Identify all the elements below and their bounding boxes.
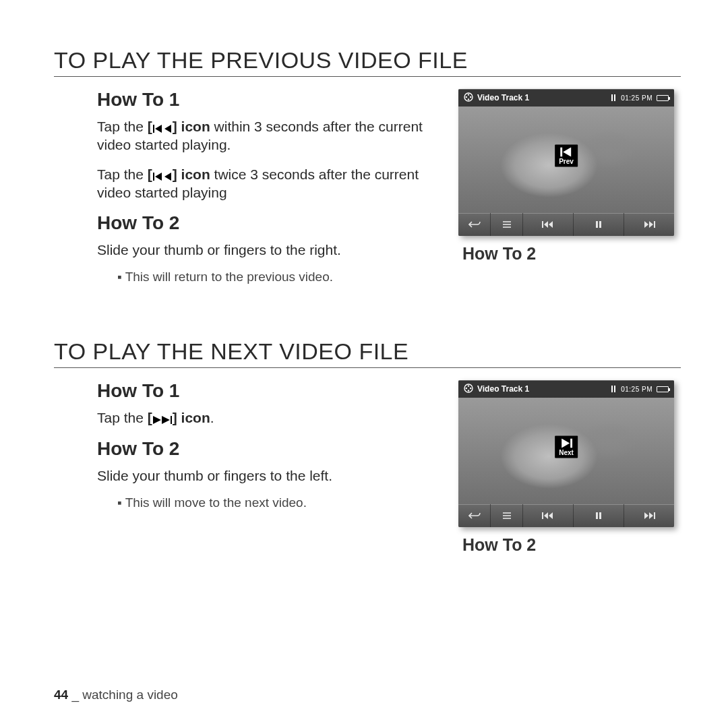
svg-point-9: [468, 98, 469, 100]
pause-button[interactable]: [574, 213, 624, 236]
film-reel-icon: [464, 384, 473, 395]
svg-marker-39: [549, 512, 553, 519]
figure-caption-prev: How To 2: [458, 244, 681, 264]
next-overlay-button[interactable]: Next: [555, 436, 578, 458]
back-button[interactable]: [458, 213, 491, 236]
device-mock-next: Video Track 1 01:25 PM Next: [458, 380, 674, 527]
svg-rect-40: [596, 512, 598, 519]
svg-marker-42: [644, 512, 648, 519]
skip-next-icon: [643, 220, 655, 229]
rewind-button[interactable]: [523, 213, 574, 236]
prev-overlay-button[interactable]: Prev: [555, 144, 578, 166]
svg-marker-18: [549, 221, 553, 228]
svg-rect-11: [560, 147, 562, 156]
back-button[interactable]: [458, 504, 491, 527]
howto2-paragraph: Slide your thumb or fingers to the right…: [97, 241, 438, 259]
text-fragment: Tap the: [97, 119, 148, 134]
back-arrow-icon: [468, 511, 481, 520]
skip-previous-icon: [152, 172, 173, 181]
text-fragment: Tap the: [97, 410, 148, 425]
howto1-paragraph-1: Tap the [] icon within 3 seconds after t…: [97, 117, 438, 154]
svg-marker-12: [563, 147, 571, 156]
figure-next: Video Track 1 01:25 PM Next How To 2: [458, 380, 681, 555]
device-statusbar: Video Track 1 01:25 PM: [458, 89, 674, 107]
svg-marker-1: [155, 125, 162, 133]
forward-button[interactable]: [624, 213, 674, 236]
pause-button[interactable]: [574, 504, 624, 527]
signal-icon: [611, 94, 615, 101]
icon-bracket-open: [: [148, 410, 152, 425]
text-fragment: .: [210, 410, 214, 425]
svg-point-7: [468, 94, 469, 95]
svg-point-31: [466, 388, 467, 389]
svg-rect-0: [153, 125, 154, 133]
icon-word: icon: [181, 166, 210, 182]
icon-word: icon: [181, 119, 210, 134]
svg-rect-37: [542, 512, 543, 519]
icon-bracket-open: [: [148, 119, 152, 134]
skip-previous-icon: [542, 511, 554, 520]
icon-bracket-close: ]: [173, 410, 181, 425]
svg-marker-21: [644, 221, 648, 228]
skip-next-icon: [643, 511, 655, 520]
svg-rect-26: [171, 416, 172, 424]
svg-rect-3: [153, 173, 154, 181]
list-button[interactable]: [491, 213, 523, 236]
device-time: 01:25 PM: [621, 94, 653, 102]
forward-button[interactable]: [624, 504, 674, 527]
howto1-paragraph-2: Tap the [] icon twice 3 seconds after th…: [97, 165, 438, 202]
battery-icon: [657, 386, 669, 392]
device-time: 01:25 PM: [621, 386, 653, 393]
svg-rect-20: [599, 221, 601, 228]
rewind-button[interactable]: [523, 504, 574, 527]
section-next-text: How To 1 Tap the [] icon. How To 2 Slide…: [54, 380, 438, 555]
section-heading-next: TO PLAY THE NEXT VIDEO FILE: [54, 338, 681, 368]
howto2-bullet: This will move to the next video.: [117, 495, 438, 510]
skip-previous-icon: [560, 147, 572, 156]
back-arrow-icon: [468, 220, 481, 229]
icon-bracket-close: ]: [173, 119, 181, 134]
svg-point-10: [466, 96, 467, 97]
device-track-title: Video Track 1: [477, 384, 529, 394]
svg-marker-2: [164, 125, 171, 133]
svg-rect-19: [596, 221, 598, 228]
list-button[interactable]: [491, 504, 523, 527]
howto1-heading: How To 1: [97, 89, 438, 111]
icon-bracket-open: [: [148, 166, 152, 182]
page-number: 44: [54, 688, 68, 702]
prev-overlay-label: Prev: [559, 157, 574, 164]
svg-point-28: [468, 385, 469, 386]
svg-rect-16: [542, 221, 543, 228]
battery-icon: [657, 95, 669, 101]
svg-marker-4: [155, 173, 162, 181]
skip-previous-icon: [542, 220, 554, 229]
svg-point-30: [468, 390, 469, 391]
howto2-heading: How To 2: [97, 212, 438, 234]
svg-rect-41: [599, 512, 601, 519]
svg-marker-43: [649, 512, 653, 519]
section-heading-previous: TO PLAY THE PREVIOUS VIDEO FILE: [54, 47, 681, 77]
howto2-heading: How To 2: [97, 438, 438, 460]
section-next-block: How To 1 Tap the [] icon. How To 2 Slide…: [54, 380, 681, 555]
svg-point-8: [470, 96, 471, 97]
device-mock-prev: Video Track 1 01:25 PM Prev: [458, 89, 674, 236]
film-reel-icon: [464, 92, 473, 104]
device-statusbar: Video Track 1 01:25 PM: [458, 380, 674, 398]
page-footer: 44 _ watching a video: [54, 688, 178, 702]
icon-bracket-close: ]: [173, 166, 181, 182]
device-toolbar: [458, 504, 674, 527]
list-icon: [501, 220, 513, 229]
svg-marker-32: [562, 439, 570, 448]
svg-marker-5: [164, 173, 171, 181]
figure-caption-next: How To 2: [458, 535, 681, 555]
icon-word: icon: [181, 410, 210, 425]
svg-rect-33: [570, 439, 572, 448]
svg-marker-17: [544, 221, 548, 228]
svg-marker-38: [544, 512, 548, 519]
skip-next-icon: [152, 415, 173, 425]
device-track-title: Video Track 1: [477, 93, 529, 102]
list-icon: [501, 511, 513, 520]
svg-rect-23: [654, 221, 655, 228]
footer-sep: _: [68, 688, 82, 702]
skip-previous-icon: [152, 124, 173, 133]
